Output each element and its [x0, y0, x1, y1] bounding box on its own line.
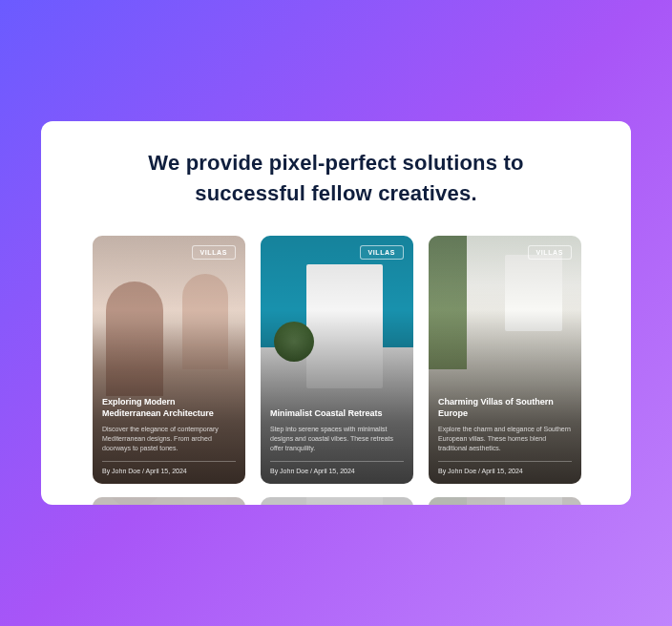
- card-description: Step into serene spaces with minimalist …: [270, 425, 404, 452]
- card-description: Discover the elegance of contemporary Me…: [102, 425, 236, 452]
- page-headline: We provide pixel-perfect solutions to su…: [93, 148, 579, 209]
- card-meta: By John Doe / April 15, 2024: [438, 468, 572, 474]
- villa-card[interactable]: VILLAS Minimalist Coastal Retreats Step …: [261, 236, 413, 484]
- villa-card-reflection: VILLAS: [261, 497, 413, 505]
- card-content: Charming Villas of Southern Europe Explo…: [438, 397, 572, 474]
- villa-card[interactable]: VILLAS Exploring Modern Mediterranean Ar…: [93, 236, 245, 484]
- cards-reflection: VILLAS VILLAS VILLAS: [93, 497, 579, 505]
- card-meta: By John Doe / April 15, 2024: [270, 468, 404, 474]
- category-badge[interactable]: VILLAS: [192, 245, 237, 260]
- cards-row: VILLAS Exploring Modern Mediterranean Ar…: [93, 236, 579, 484]
- card-content: Minimalist Coastal Retreats Step into se…: [270, 408, 404, 474]
- content-panel: We provide pixel-perfect solutions to su…: [41, 121, 631, 505]
- card-content: Exploring Modern Mediterranean Architect…: [102, 397, 236, 474]
- card-title: Exploring Modern Mediterranean Architect…: [102, 397, 236, 419]
- card-divider: [438, 461, 572, 462]
- card-title: Minimalist Coastal Retreats: [270, 408, 404, 420]
- card-meta: By John Doe / April 15, 2024: [102, 468, 236, 474]
- card-title: Charming Villas of Southern Europe: [438, 397, 572, 419]
- category-badge[interactable]: VILLAS: [528, 245, 573, 260]
- villa-card[interactable]: VILLAS Charming Villas of Southern Europ…: [429, 236, 581, 484]
- card-description: Explore the charm and elegance of Southe…: [438, 425, 572, 452]
- villa-card-reflection: VILLAS: [429, 497, 581, 505]
- villa-card-reflection: VILLAS: [93, 497, 245, 505]
- card-divider: [102, 461, 236, 462]
- card-divider: [270, 461, 404, 462]
- category-badge[interactable]: VILLAS: [360, 245, 405, 260]
